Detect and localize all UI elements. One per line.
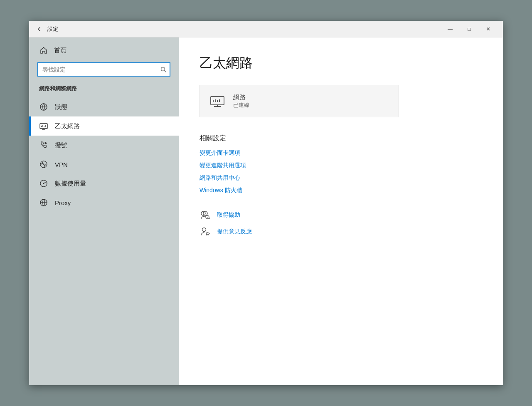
- feedback-label: 提供意見反應: [217, 228, 252, 235]
- network-card-text: 網路 已連線: [233, 94, 249, 109]
- sidebar-item-data-usage[interactable]: 數據使用量: [29, 174, 179, 193]
- svg-rect-4: [40, 124, 47, 129]
- titlebar-title: 設定: [47, 25, 441, 33]
- status-icon: [39, 102, 48, 111]
- network-card-icon: [209, 93, 226, 109]
- related-settings: 相關設定 變更介面卡選項 變更進階共用選項 網路和共用中心 Windows 防火…: [200, 134, 482, 194]
- network-card[interactable]: 網路 已連線: [200, 85, 399, 117]
- sidebar-item-ethernet-label: 乙太網路: [55, 122, 80, 130]
- close-button[interactable]: ✕: [479, 22, 498, 36]
- window-controls: — □ ✕: [441, 22, 498, 36]
- get-help-icon: ?: [200, 209, 211, 221]
- search-input[interactable]: [37, 62, 170, 77]
- link-advanced-sharing[interactable]: 變更進階共用選項: [200, 162, 482, 169]
- network-status: 已連線: [233, 102, 249, 109]
- sidebar-item-proxy[interactable]: Proxy: [29, 193, 179, 212]
- dialup-icon: [39, 141, 48, 150]
- sidebar-item-home[interactable]: 首頁: [29, 42, 179, 59]
- titlebar: 設定 — □ ✕: [29, 21, 503, 37]
- svg-point-13: [43, 183, 44, 184]
- home-label: 首頁: [54, 47, 66, 54]
- data-usage-icon: [39, 179, 48, 188]
- sidebar-item-dialup[interactable]: 撥號: [29, 136, 179, 155]
- sidebar: 首頁 網路和網際網路: [29, 37, 179, 385]
- sidebar-item-status-label: 狀態: [55, 103, 67, 111]
- ethernet-icon: [39, 121, 48, 131]
- sidebar-item-status[interactable]: 狀態: [29, 97, 179, 116]
- related-settings-title: 相關設定: [200, 134, 482, 143]
- link-windows-firewall[interactable]: Windows 防火牆: [200, 187, 482, 194]
- link-adapter-options[interactable]: 變更介面卡選項: [200, 149, 482, 157]
- sidebar-item-vpn[interactable]: VPN: [29, 155, 179, 174]
- settings-window: 設定 — □ ✕ 首頁: [29, 21, 503, 385]
- help-section: ? 取得協助 提供意見反應: [200, 209, 482, 238]
- page-title: 乙太網路: [200, 54, 482, 72]
- content-area: 首頁 網路和網際網路: [29, 37, 503, 385]
- minimize-button[interactable]: —: [441, 22, 460, 36]
- feedback-item[interactable]: 提供意見反應: [200, 226, 482, 238]
- network-name: 網路: [233, 94, 249, 102]
- svg-point-27: [202, 228, 206, 232]
- get-help-item[interactable]: ? 取得協助: [200, 209, 482, 221]
- sidebar-item-proxy-label: Proxy: [55, 199, 71, 206]
- sidebar-item-ethernet[interactable]: 乙太網路: [29, 116, 179, 136]
- vpn-icon: [39, 160, 48, 169]
- link-network-sharing-center[interactable]: 網路和共用中心: [200, 174, 482, 182]
- sidebar-item-data-usage-label: 數據使用量: [55, 180, 86, 188]
- get-help-label: 取得協助: [217, 211, 240, 219]
- feedback-icon: [200, 226, 211, 238]
- search-container: [37, 62, 170, 77]
- sidebar-item-vpn-label: VPN: [55, 161, 68, 168]
- back-button[interactable]: [34, 24, 44, 34]
- home-icon: [39, 46, 48, 55]
- proxy-icon: [39, 198, 48, 207]
- sidebar-item-dialup-label: 撥號: [55, 141, 67, 149]
- svg-text:?: ?: [207, 216, 208, 219]
- maximize-button[interactable]: □: [460, 22, 479, 36]
- main-content: 乙太網路 網路 已連線: [179, 37, 503, 385]
- sidebar-section-title: 網路和網際網路: [29, 83, 179, 97]
